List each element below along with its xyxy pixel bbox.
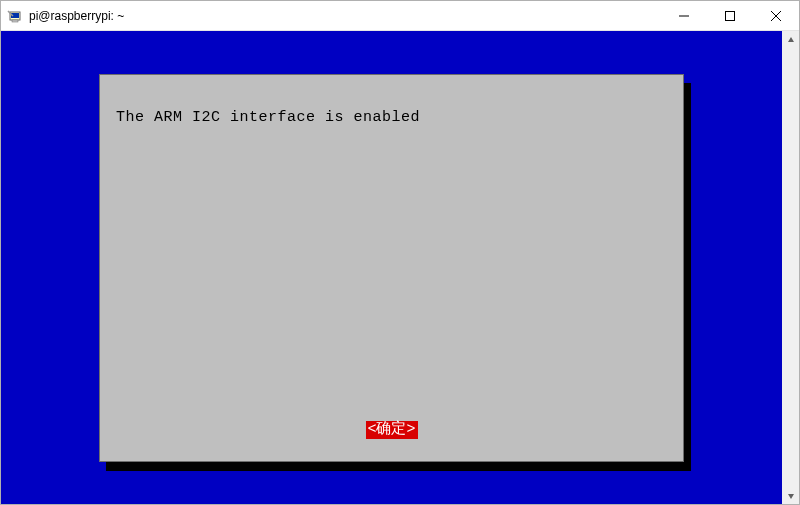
close-button[interactable] bbox=[753, 1, 799, 31]
scroll-down-button[interactable] bbox=[782, 487, 799, 504]
maximize-button[interactable] bbox=[707, 1, 753, 31]
scroll-up-button[interactable] bbox=[782, 31, 799, 48]
svg-rect-3 bbox=[12, 20, 18, 22]
dialog-inner: The ARM I2C interface is enabled <确定> bbox=[104, 79, 679, 457]
svg-rect-4 bbox=[679, 15, 689, 16]
terminal-viewport[interactable]: The ARM I2C interface is enabled <确定> bbox=[1, 31, 782, 504]
app-window: pi@raspberrypi: ~ The ARM I2C interface … bbox=[0, 0, 800, 505]
ok-button[interactable]: <确定> bbox=[365, 421, 417, 439]
content-area: The ARM I2C interface is enabled <确定> bbox=[1, 31, 799, 504]
svg-rect-5 bbox=[726, 11, 735, 20]
putty-icon bbox=[7, 8, 23, 24]
titlebar[interactable]: pi@raspberrypi: ~ bbox=[1, 1, 799, 31]
config-dialog: The ARM I2C interface is enabled <确定> bbox=[99, 74, 684, 462]
minimize-button[interactable] bbox=[661, 1, 707, 31]
vertical-scrollbar[interactable] bbox=[782, 31, 799, 504]
scroll-track[interactable] bbox=[782, 48, 799, 487]
svg-marker-9 bbox=[788, 494, 794, 499]
window-title: pi@raspberrypi: ~ bbox=[29, 9, 124, 23]
svg-marker-8 bbox=[788, 37, 794, 42]
dialog-message: The ARM I2C interface is enabled bbox=[116, 109, 420, 126]
